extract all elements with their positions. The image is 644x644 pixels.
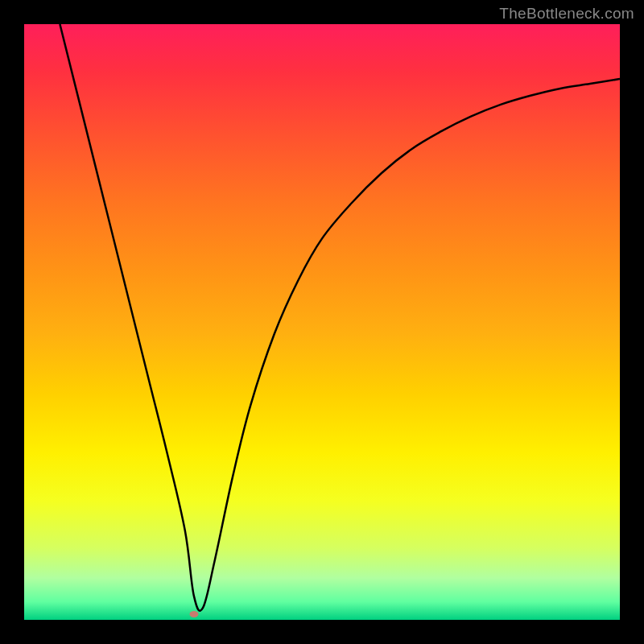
plot-area [24, 24, 620, 620]
bottleneck-curve [60, 24, 620, 611]
watermark-text: TheBottleneck.com [499, 5, 634, 23]
curve-svg [24, 24, 620, 620]
chart-container: TheBottleneck.com [0, 0, 644, 644]
minimum-marker [189, 611, 198, 617]
